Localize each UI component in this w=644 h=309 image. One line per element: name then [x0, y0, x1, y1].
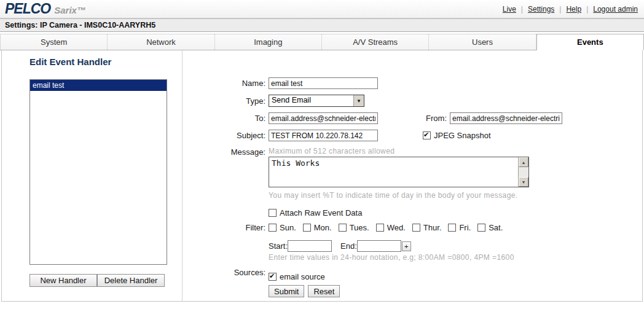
- type-label: Type:: [183, 96, 269, 106]
- filter-label: Filter:: [183, 223, 269, 232]
- sarix-logo-text: Sarix™: [54, 5, 86, 15]
- filter-sun-checkbox[interactable]: [269, 224, 277, 232]
- message-textarea[interactable]: This Works ▲ ▼: [269, 157, 529, 187]
- to-label: To:: [183, 114, 269, 123]
- from-input[interactable]: [450, 112, 562, 124]
- to-input[interactable]: [269, 112, 378, 124]
- filter-tues-checkbox[interactable]: [339, 224, 347, 232]
- attach-raw-row: Attach Raw Event Data: [183, 208, 642, 217]
- name-label: Name:: [183, 79, 269, 88]
- time-hint-row: Enter time values in 24-hour notation, e…: [183, 253, 642, 262]
- new-handler-button[interactable]: New Handler: [29, 274, 97, 287]
- scroll-down-icon[interactable]: ▼: [519, 177, 528, 187]
- form-actions-row: Submit Reset: [183, 285, 642, 297]
- app-header: PELCO Sarix™ Live| Settings| Help| Logou…: [0, 0, 644, 18]
- email-source-checkbox[interactable]: [269, 273, 277, 281]
- from-label: From:: [378, 114, 450, 123]
- type-select[interactable]: Send Email ▼: [269, 95, 364, 107]
- sources-row: Sources: email source: [183, 268, 642, 281]
- handler-listbox[interactable]: email test: [29, 79, 167, 265]
- tab-users[interactable]: Users: [429, 34, 536, 50]
- settings-tab-bar: System Network Imaging A/V Streams Users…: [0, 32, 644, 50]
- settings-link[interactable]: Settings: [528, 5, 554, 14]
- start-time-input[interactable]: [288, 240, 332, 252]
- event-handler-form: Name: Type: Send Email ▼ To: From:: [183, 50, 642, 301]
- scroll-up-icon[interactable]: ▲: [519, 157, 528, 167]
- pelco-sarix-logo: PELCO Sarix™: [5, 1, 86, 17]
- filter-row: Filter: Sun. Mon. Tues. Wed. Thur. Fri. …: [183, 223, 642, 232]
- start-label: Start:: [269, 241, 288, 251]
- tab-events[interactable]: Events: [536, 34, 644, 50]
- message-time-hint: You may insert %T to indicate time of da…: [269, 191, 529, 200]
- filter-sat-label: Sat.: [489, 223, 503, 232]
- filter-tues-label: Tues.: [350, 223, 369, 232]
- filter-fri-checkbox[interactable]: [448, 224, 456, 232]
- tab-network[interactable]: Network: [108, 34, 214, 50]
- pelco-logo-text: PELCO: [5, 1, 50, 17]
- filter-thur-label: Thur.: [423, 223, 442, 232]
- filter-sat-checkbox[interactable]: [477, 224, 485, 232]
- settings-title: Settings: IP Camera - IMS0C10-AARYRH5: [5, 21, 155, 29]
- type-row: Type: Send Email ▼: [183, 95, 642, 107]
- filter-wed-label: Wed.: [387, 223, 406, 232]
- filter-thur-checkbox[interactable]: [412, 224, 420, 232]
- filter-sun-label: Sun.: [280, 223, 296, 232]
- message-label: Message:: [183, 147, 269, 157]
- sources-label: Sources:: [183, 268, 269, 277]
- message-max-hint: Maximum of 512 characters allowed: [269, 147, 529, 155]
- filter-fri-label: Fri.: [459, 223, 471, 232]
- message-row: Message: Maximum of 512 characters allow…: [183, 147, 642, 200]
- logout-admin-link[interactable]: Logout admin: [593, 5, 638, 14]
- filter-mon-checkbox[interactable]: [303, 224, 311, 232]
- tab-imaging[interactable]: Imaging: [215, 34, 322, 50]
- attach-raw-checkbox[interactable]: [269, 209, 277, 217]
- submit-button[interactable]: Submit: [269, 285, 304, 297]
- end-time-input[interactable]: [357, 240, 401, 252]
- events-content: Edit Event Handler email test New Handle…: [1, 50, 643, 302]
- subject-row: Subject: JPEG Snapshot: [183, 130, 642, 141]
- email-source-label: email source: [280, 272, 325, 281]
- reset-button[interactable]: Reset: [308, 285, 340, 297]
- filter-mon-label: Mon.: [314, 223, 332, 232]
- chevron-down-icon[interactable]: ▼: [353, 95, 364, 106]
- type-select-value: Send Email: [269, 95, 353, 106]
- link-divider: |: [521, 5, 523, 14]
- handler-list-item[interactable]: email test: [30, 80, 167, 91]
- link-divider: |: [559, 5, 561, 14]
- end-label: End:: [340, 241, 357, 251]
- delete-handler-button[interactable]: Delete Handler: [97, 274, 165, 287]
- tab-av-streams[interactable]: A/V Streams: [322, 34, 429, 50]
- handler-buttons: New Handler Delete Handler: [29, 274, 182, 287]
- live-link[interactable]: Live: [503, 5, 516, 14]
- jpeg-snapshot-checkbox[interactable]: [423, 131, 431, 139]
- settings-breadcrumb-bar: Settings: IP Camera - IMS0C10-AARYRH5: [0, 18, 644, 32]
- subject-input[interactable]: [269, 130, 378, 141]
- name-input[interactable]: [269, 77, 378, 89]
- name-row: Name:: [183, 77, 642, 89]
- filter-wed-checkbox[interactable]: [376, 224, 384, 232]
- help-link[interactable]: Help: [566, 5, 581, 14]
- add-time-range-button[interactable]: +: [402, 241, 411, 251]
- link-divider: |: [586, 5, 588, 14]
- time-notation-hint: Enter time values in 24-hour notation, e…: [269, 253, 514, 262]
- message-text[interactable]: This Works: [269, 157, 518, 187]
- tab-system[interactable]: System: [0, 34, 108, 50]
- event-handler-panel: Edit Event Handler email test New Handle…: [2, 50, 183, 301]
- attach-raw-label: Attach Raw Event Data: [280, 208, 362, 217]
- message-scrollbar[interactable]: ▲ ▼: [518, 157, 528, 187]
- header-links: Live| Settings| Help| Logout admin: [503, 5, 638, 14]
- page-title: Edit Event Handler: [29, 57, 182, 67]
- time-range-row: Start: End: +: [183, 240, 642, 252]
- to-from-row: To: From:: [183, 112, 642, 124]
- subject-label: Subject:: [183, 131, 269, 140]
- jpeg-snapshot-label: JPEG Snapshot: [434, 131, 491, 140]
